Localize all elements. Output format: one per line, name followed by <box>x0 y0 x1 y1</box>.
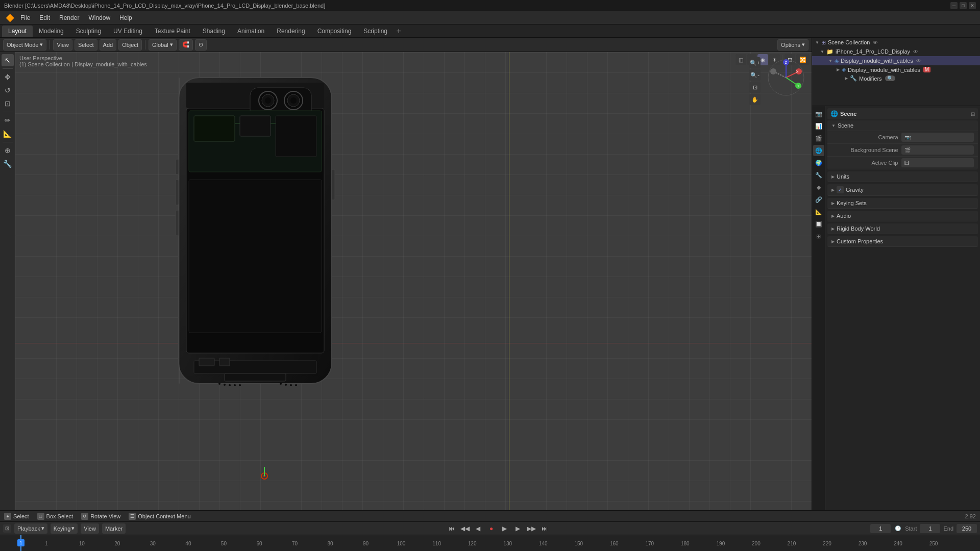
prop-tab-view-layer[interactable]: 🎬 <box>813 133 824 144</box>
tool-move[interactable]: ✥ <box>2 71 14 83</box>
prop-scene-header[interactable]: 🌐 Scene ⊟ <box>827 108 978 119</box>
custom-props-header[interactable]: ▶ Custom Properties <box>827 236 978 247</box>
object-mode-label: Object Mode <box>7 42 38 48</box>
prop-tab-object[interactable]: 🔧 <box>813 169 824 181</box>
tab-layout[interactable]: Layout <box>2 26 33 37</box>
keying-header[interactable]: ▶ Keying Sets <box>827 198 978 209</box>
object-mode-dropdown[interactable]: Object Mode ▾ <box>3 39 46 51</box>
tab-scripting[interactable]: Scripting <box>357 26 394 37</box>
first-frame-btn[interactable]: ⏮ <box>447 523 457 534</box>
tool-annotate[interactable]: ✏ <box>2 114 14 127</box>
menu-help[interactable]: Help <box>115 13 136 22</box>
frame-btn[interactable]: ⊡ <box>749 82 761 93</box>
properties-content: 🌐 Scene ⊟ ▼ Scene Camera 📷 <box>825 106 980 551</box>
status-select[interactable]: ● Select <box>4 513 29 520</box>
scene-subsection-header[interactable]: ▼ Scene <box>827 120 978 131</box>
prop-tab-scene[interactable]: 🌐 <box>813 145 824 156</box>
select-menu[interactable]: Select <box>75 39 97 51</box>
next-keyframe-btn[interactable]: ▶▶ <box>526 523 536 534</box>
tool-add[interactable]: ⊕ <box>2 144 14 157</box>
tab-texture-paint[interactable]: Texture Paint <box>149 26 197 37</box>
outliner-display-module2[interactable]: ▶ ◈ Display_module_with_cables M <box>812 65 980 74</box>
iphone-visibility[interactable]: 👁 <box>912 48 919 55</box>
bg-scene-value[interactable]: 🎬 <box>901 145 974 155</box>
zoom-in-btn[interactable]: 🔍+ <box>749 57 761 68</box>
pan-btn[interactable]: ✋ <box>749 94 761 105</box>
playback-dropdown[interactable]: Playback ▾ <box>14 523 47 534</box>
zoom-out-btn[interactable]: 🔍- <box>749 69 761 81</box>
menu-render[interactable]: Render <box>55 13 83 22</box>
units-header[interactable]: ▶ Units <box>827 171 978 182</box>
tool-select[interactable]: ↖ <box>2 54 14 66</box>
prop-options-icon: ⊟ <box>971 111 975 117</box>
tab-rendering[interactable]: Rendering <box>271 26 311 37</box>
menu-edit[interactable]: Edit <box>35 13 54 22</box>
outliner-modifiers[interactable]: ▶ 🔧 Modifiers 🔍 <box>812 74 980 83</box>
end-frame-input[interactable] <box>957 524 977 533</box>
proportional-btn[interactable]: ⊙ <box>195 39 207 51</box>
tab-sculpting[interactable]: Sculpting <box>70 26 107 37</box>
view-menu[interactable]: View <box>53 39 72 51</box>
playhead[interactable]: 1 <box>17 539 24 546</box>
prop-tab-render[interactable]: 📷 <box>813 108 824 119</box>
viewport[interactable]: User Perspective (1) Scene Collection | … <box>15 52 812 521</box>
view-dropdown[interactable]: View <box>81 523 99 534</box>
prop-tab-data[interactable]: ⊞ <box>813 231 824 242</box>
tool-rotate[interactable]: ↺ <box>2 84 14 96</box>
play-btn[interactable]: ▶ <box>500 523 510 534</box>
gravity-checkbox[interactable]: ✓ <box>837 186 844 193</box>
rigid-body-header[interactable]: ▶ Rigid Body World <box>827 223 978 234</box>
marker-dropdown[interactable]: Marker <box>102 523 126 534</box>
record-btn[interactable]: ● <box>486 523 497 534</box>
snap-btn[interactable]: 🧲 <box>179 39 193 51</box>
status-box-select[interactable]: □ Box Select <box>37 513 74 520</box>
status-context[interactable]: ☰ Object Context Menu <box>129 513 190 520</box>
tab-shading[interactable]: Shading <box>197 26 231 37</box>
add-workspace-button[interactable]: + <box>394 26 404 36</box>
current-frame-input[interactable] <box>870 524 891 533</box>
close-button[interactable]: ✕ <box>969 2 976 9</box>
outliner-display-module[interactable]: ▼ ◈ Display_module_with_cables 👁 <box>812 56 980 65</box>
next-frame-btn[interactable]: ▶ <box>513 523 523 534</box>
outliner-scene-collection[interactable]: ▼ ⊞ Scene Collection 👁 <box>812 38 980 47</box>
display-visibility[interactable]: 👁 <box>915 57 922 64</box>
prev-keyframe-btn[interactable]: ◀◀ <box>460 523 470 534</box>
active-clip-value[interactable]: 🎞 <box>901 158 974 167</box>
tool-scale[interactable]: ⊡ <box>2 97 14 110</box>
start-frame-input[interactable] <box>920 524 940 533</box>
viewport-shading-wire[interactable]: ◫ <box>736 54 746 65</box>
tool-cursor[interactable]: 🔧 <box>2 158 14 170</box>
navigation-gizmo[interactable]: X Z Y <box>766 57 806 98</box>
tab-uv-editing[interactable]: UV Editing <box>107 26 149 37</box>
prop-tab-particles[interactable]: 🔗 <box>813 194 824 205</box>
options-btn[interactable]: Options ▾ <box>777 39 808 51</box>
modifier-badge: M <box>923 67 930 72</box>
last-frame-btn[interactable]: ⏭ <box>540 523 550 534</box>
prop-tab-output[interactable]: 📊 <box>813 120 824 132</box>
prop-tab-physics[interactable]: 📐 <box>813 206 824 217</box>
outliner-iphone-item[interactable]: ▼ 📁 iPhone_14_Pro_LCD_Display 👁 <box>812 47 980 56</box>
menu-window[interactable]: Window <box>84 13 114 22</box>
svg-point-34 <box>290 384 292 386</box>
status-rotate[interactable]: ↺ Rotate View <box>81 513 120 520</box>
prop-tab-modifier[interactable]: ◆ <box>813 182 824 193</box>
prev-frame-btn[interactable]: ◀ <box>473 523 483 534</box>
tab-animation[interactable]: Animation <box>231 26 271 37</box>
camera-value[interactable]: 📷 <box>901 133 974 142</box>
tab-modeling[interactable]: Modeling <box>33 26 70 37</box>
expand-icon3: ▶ <box>837 67 840 72</box>
prop-tab-world[interactable]: 🌍 <box>813 157 824 168</box>
transform-global[interactable]: Global ▾ <box>149 39 177 51</box>
prop-tab-constraint[interactable]: 🔲 <box>813 218 824 230</box>
visibility-icon[interactable]: 👁 <box>872 39 879 46</box>
audio-header[interactable]: ▶ Audio <box>827 211 978 221</box>
gravity-header[interactable]: ▶ ✓ Gravity <box>827 184 978 196</box>
maximize-button[interactable]: □ <box>960 2 967 9</box>
keying-dropdown[interactable]: Keying ▾ <box>51 523 78 534</box>
tool-measure[interactable]: 📐 <box>2 128 14 140</box>
menu-file[interactable]: File <box>16 13 34 22</box>
minimize-button[interactable]: ─ <box>950 2 958 9</box>
add-menu[interactable]: Add <box>100 39 117 51</box>
tab-compositing[interactable]: Compositing <box>311 26 358 37</box>
object-menu[interactable]: Object <box>118 39 142 51</box>
